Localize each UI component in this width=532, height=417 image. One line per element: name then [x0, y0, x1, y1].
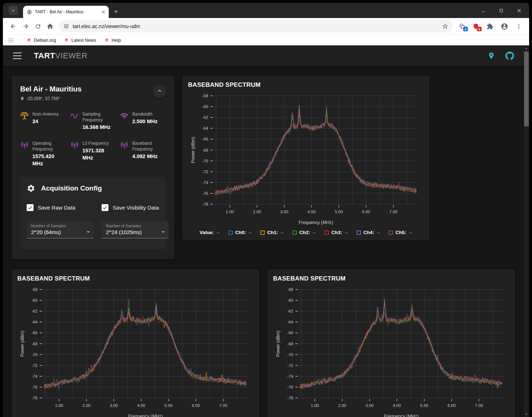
stat-bandwidth: Bandwidth 2.500 MHz	[120, 111, 166, 131]
url-text[interactable]: tart.elec.ac.nz/viewer/mu-udm	[73, 23, 438, 29]
home-button[interactable]	[44, 20, 56, 32]
site-info-icon[interactable]	[63, 23, 69, 29]
svg-text:-76: -76	[31, 385, 37, 389]
app-header: TARTVIEWER	[3, 45, 529, 66]
extension-icon-1[interactable]: 2	[456, 21, 468, 32]
forward-button[interactable]	[19, 20, 32, 32]
scroll-up-icon[interactable]	[524, 45, 529, 51]
profile-avatar[interactable]	[498, 20, 510, 32]
svg-text:5.00: 5.00	[420, 403, 428, 408]
browser-menu-icon[interactable]	[513, 20, 525, 32]
new-tab-button[interactable]	[111, 6, 121, 17]
bookmark-label: Debian.org	[34, 38, 56, 43]
ch4-swatch	[357, 230, 361, 235]
apps-grid-icon[interactable]	[8, 37, 14, 43]
collapse-card-button[interactable]	[153, 84, 166, 98]
legend-ch2[interactable]: Ch2: --	[292, 230, 316, 235]
baseband-spectrum-panel-2: BASEBAND SPECTRUM -78-76-74-72-70-68-66-…	[12, 269, 259, 417]
legend-ch0[interactable]: Ch0: --	[228, 230, 252, 235]
browser-titlebar[interactable]: TART - Bel Air - Mauritius	[3, 3, 529, 18]
legend-ch4[interactable]: Ch4: --	[357, 230, 380, 235]
svg-text:-74: -74	[287, 374, 293, 378]
back-button[interactable]	[7, 20, 19, 32]
svg-text:-78: -78	[287, 396, 293, 400]
coordinates-text: -20.259°, 57.759°	[26, 96, 60, 101]
location-pin-icon	[20, 97, 24, 101]
maximize-button[interactable]	[499, 8, 504, 13]
samples-select-visibility[interactable]: Number of Samples 2^24 (1025ms)	[102, 221, 169, 238]
baseband-spectrum-chart-2[interactable]: -78-76-74-72-70-68-66-64-62-60-581.002.0…	[17, 284, 254, 417]
signal-tower-icon	[70, 141, 79, 149]
svg-text:-62: -62	[202, 115, 208, 120]
extension-icon-2[interactable]: 1	[470, 21, 482, 32]
browser-toolbar: tart.elec.ac.nz/viewer/mu-udm 2 1	[3, 18, 529, 35]
svg-text:-76: -76	[202, 191, 208, 196]
svg-text:3.00: 3.00	[280, 210, 288, 214]
reload-button[interactable]	[32, 20, 44, 32]
map-pin-icon[interactable]	[487, 52, 495, 60]
github-icon[interactable]	[505, 51, 514, 60]
baseband-spectrum-chart-1[interactable]: -78-76-74-72-70-68-66-64-62-60-581.002.0…	[188, 91, 424, 229]
svg-text:6.00: 6.00	[192, 403, 200, 408]
checkbox-box[interactable]	[27, 204, 33, 211]
bookmark-star-icon[interactable]	[442, 23, 448, 30]
close-button[interactable]	[517, 8, 522, 13]
stat-l0-frequency: L0 Frequency 1571.328 MHz	[70, 140, 116, 167]
bookmark-latest-news[interactable]: Latest News	[62, 37, 98, 44]
svg-text:4.00: 4.00	[393, 403, 401, 408]
legend-ch5[interactable]: Ch5: --	[389, 230, 412, 235]
chart-legend: Value: -- Ch0: -- Ch1: --	[188, 230, 424, 235]
svg-text:-62: -62	[287, 309, 293, 313]
tab-close-icon[interactable]	[101, 9, 106, 14]
samples-select-raw[interactable]: Number of Samples 2^20 (64ms)	[27, 221, 94, 238]
scrollbar-thumb[interactable]	[524, 51, 529, 126]
save-raw-data-checkbox[interactable]: Save Raw Data	[27, 204, 94, 211]
legend-ch1[interactable]: Ch1: --	[260, 230, 284, 235]
sine-wave-icon	[70, 112, 79, 120]
baseband-spectrum-chart-3[interactable]: -78-76-74-72-70-68-66-64-62-60-581.002.0…	[273, 284, 509, 417]
svg-text:5.00: 5.00	[335, 210, 343, 214]
bookmarks-separator	[19, 37, 19, 43]
browser-window: TART - Bel Air - Mauritius	[3, 3, 529, 417]
svg-text:-68: -68	[287, 341, 293, 346]
bookmark-help[interactable]: Help	[102, 37, 123, 44]
bookmark-debian-org[interactable]: Debian.org	[24, 37, 58, 44]
brand-light: VIEWER	[55, 51, 88, 60]
checkbox-label: Save Raw Data	[38, 205, 75, 211]
tab-search-button[interactable]	[9, 6, 18, 15]
svg-text:-62: -62	[31, 309, 37, 313]
scroll-down-icon[interactable]	[524, 411, 529, 417]
bookmarks-bar: Debian.org Latest News Help	[3, 35, 529, 45]
gear-icon	[27, 184, 35, 193]
svg-text:Frequency (MHz): Frequency (MHz)	[384, 414, 419, 417]
svg-text:-58: -58	[287, 287, 293, 292]
stat-label: L0 Frequency	[82, 140, 116, 146]
extensions-puzzle-icon[interactable]	[484, 20, 496, 32]
baseband-spectrum-panel-1: BASEBAND SPECTRUM -78-76-74-72-70-68-66-…	[182, 76, 429, 240]
debian-swirl-icon	[64, 37, 69, 43]
menu-hamburger-icon[interactable]	[13, 53, 22, 59]
svg-text:-78: -78	[202, 202, 208, 206]
legend-value: Value: --	[200, 230, 220, 235]
url-bar[interactable]: tart.elec.ac.nz/viewer/mu-udm	[59, 20, 453, 32]
minimize-button[interactable]	[481, 8, 486, 13]
svg-text:4.00: 4.00	[308, 210, 316, 214]
stat-value: 1571.328 MHz	[82, 147, 116, 162]
acquisition-config-title: Acquisition Config	[41, 184, 102, 192]
ch0-swatch	[228, 230, 233, 235]
checkbox-box[interactable]	[102, 204, 108, 211]
bookmark-label: Help	[112, 38, 121, 43]
baseband-spectrum-panel-3: BASEBAND SPECTRUM -78-76-74-72-70-68-66-…	[267, 269, 515, 417]
extension-badge: 2	[463, 27, 468, 31]
svg-text:5.00: 5.00	[165, 403, 173, 408]
svg-text:-70: -70	[202, 159, 208, 163]
page-scrollbar[interactable]	[524, 45, 529, 417]
antenna-icon	[20, 112, 29, 120]
save-visibility-data-checkbox[interactable]: Save Visibility Data	[102, 204, 169, 211]
bookmark-label: Latest News	[71, 38, 96, 43]
legend-ch3[interactable]: Ch3: --	[325, 230, 348, 235]
select-value: 2^20 (64ms)	[31, 229, 61, 235]
browser-tab[interactable]: TART - Bel Air - Mauritius	[23, 6, 109, 18]
svg-text:-68: -68	[31, 341, 37, 346]
chart-title: BASEBAND SPECTRUM	[188, 81, 424, 89]
